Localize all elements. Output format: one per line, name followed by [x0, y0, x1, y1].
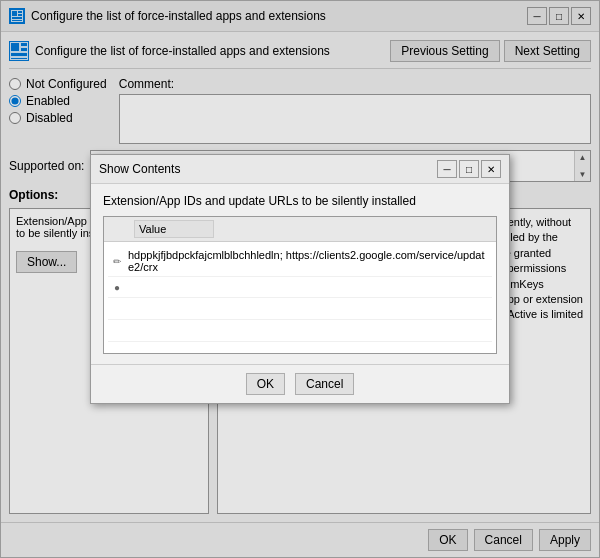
row1-value[interactable]: hdppkjfjbdpckfajcmlblbchhledln; https://… — [128, 249, 490, 273]
modal-title: Show Contents — [99, 162, 180, 176]
edit-icon: ✏ — [110, 254, 124, 268]
modal-description: Extension/App IDs and update URLs to be … — [103, 194, 497, 208]
bullet-icon: ● — [110, 280, 124, 294]
modal-table: Value ✏ hdppkjfjbdpckfajcmlblbchhledln; … — [103, 216, 497, 354]
modal-close-button[interactable]: ✕ — [481, 160, 501, 178]
modal-title-bar: Show Contents ─ □ ✕ — [91, 155, 509, 184]
modal-controls: ─ □ ✕ — [437, 160, 501, 178]
table-row[interactable]: ✏ hdppkjfjbdpckfajcmlblbchhledln; https:… — [108, 246, 492, 277]
table-row-empty[interactable]: ● — [108, 277, 492, 298]
modal-ok-button[interactable]: OK — [246, 373, 285, 395]
show-contents-modal: Show Contents ─ □ ✕ Extension/App IDs an… — [90, 154, 510, 404]
table-header: Value — [104, 217, 496, 242]
value-column-header: Value — [134, 220, 214, 238]
empty-row-3 — [108, 298, 492, 320]
main-window: Configure the list of force-installed ap… — [0, 0, 600, 558]
modal-footer: OK Cancel — [91, 364, 509, 403]
modal-overlay: Show Contents ─ □ ✕ Extension/App IDs an… — [1, 1, 599, 557]
empty-row-4 — [108, 320, 492, 342]
modal-minimize-button[interactable]: ─ — [437, 160, 457, 178]
modal-content: Extension/App IDs and update URLs to be … — [91, 184, 509, 364]
modal-maximize-button[interactable]: □ — [459, 160, 479, 178]
modal-cancel-button[interactable]: Cancel — [295, 373, 354, 395]
table-body: ✏ hdppkjfjbdpckfajcmlblbchhledln; https:… — [104, 242, 496, 346]
